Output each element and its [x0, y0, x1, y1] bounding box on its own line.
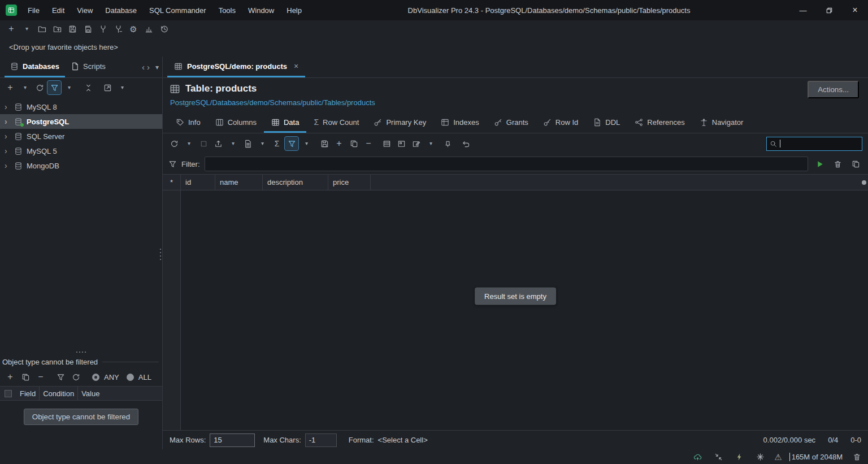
expand-chevron-icon[interactable]: › — [5, 103, 10, 111]
filter-header-checkbox[interactable] — [5, 390, 12, 397]
tab-indexes[interactable]: Indexes — [433, 113, 487, 133]
row-details-icon[interactable] — [380, 137, 393, 150]
column-header-price[interactable]: price — [328, 175, 371, 190]
export-dropdown[interactable]: ▾ — [226, 137, 240, 150]
add-folder-icon[interactable] — [50, 22, 64, 36]
disconnect-icon[interactable] — [111, 22, 125, 36]
monitor-chart-icon[interactable] — [142, 22, 155, 36]
reload-grid-icon[interactable] — [167, 137, 181, 150]
apply-filter-play-icon[interactable] — [813, 157, 826, 171]
new-object-dropdown[interactable]: ▾ — [20, 22, 33, 36]
tab-scroll-right-icon[interactable]: › — [147, 63, 150, 71]
tab-navigator[interactable]: Navigator — [692, 113, 751, 133]
tree-item-sqlserver[interactable]: › SQL Server — [0, 129, 162, 144]
any-radio[interactable] — [92, 374, 99, 381]
sidebar-splitter-handle[interactable] — [160, 249, 161, 260]
export-icon[interactable] — [211, 137, 225, 150]
filter-expression-input[interactable] — [205, 157, 809, 171]
grid-filter-icon[interactable] — [285, 137, 298, 150]
sidebar-filter-icon[interactable] — [47, 81, 61, 94]
filter-add-button[interactable]: + — [3, 370, 17, 384]
tab-references[interactable]: References — [627, 113, 692, 133]
tab-postgresql-demo-products[interactable]: PostgreSQL/demo: products × — [167, 57, 305, 77]
open-in-tab-dropdown[interactable]: ▾ — [115, 81, 129, 94]
minimize-button[interactable]: — — [790, 0, 816, 20]
tab-close-icon[interactable]: × — [294, 62, 298, 70]
filter-remove-button[interactable]: − — [34, 370, 47, 384]
settings-gear-icon[interactable]: ⚙ — [127, 22, 140, 36]
tab-primary-key[interactable]: Primary Key — [366, 113, 433, 133]
tree-item-mysql8[interactable]: › MySQL 8 — [0, 99, 162, 114]
table-search-input[interactable] — [766, 137, 862, 151]
menu-window[interactable]: Window — [242, 0, 280, 20]
tab-info[interactable]: Info — [168, 113, 208, 133]
save-edits-icon[interactable] — [318, 137, 331, 150]
tree-item-mongodb[interactable]: › MongoDB — [0, 158, 162, 173]
edit-mode-icon[interactable] — [409, 137, 423, 150]
undo-icon[interactable] — [459, 137, 472, 150]
column-header-id[interactable]: id — [181, 175, 215, 190]
close-button[interactable]: × — [842, 0, 868, 20]
qualify-names-icon[interactable] — [441, 137, 454, 150]
sidebar-add-dropdown[interactable]: ▾ — [18, 81, 32, 94]
tab-list-icon[interactable]: ▾ — [155, 64, 159, 71]
scrollbar-thumb[interactable] — [862, 180, 866, 185]
connect-icon[interactable] — [96, 22, 110, 36]
filter-funnel-icon[interactable] — [54, 370, 67, 384]
gc-burst-icon[interactable] — [753, 450, 767, 463]
tab-scroll-left-icon[interactable]: ‹ — [142, 63, 145, 71]
breadcrumb[interactable]: PostgreSQL/Databases/demo/Schemas/public… — [170, 98, 868, 107]
menu-help[interactable]: Help — [280, 0, 308, 20]
tree-item-mysql5[interactable]: › MySQL 5 — [0, 144, 162, 158]
tab-row-count[interactable]: Σ Row Count — [306, 113, 366, 133]
save-all-icon[interactable] — [81, 22, 94, 36]
free-memory-trash-icon[interactable] — [850, 450, 863, 463]
column-header-description[interactable]: description — [263, 175, 328, 190]
expand-chevron-icon[interactable]: › — [5, 118, 10, 125]
memory-indicator[interactable]: 165M of 2048M — [789, 453, 843, 461]
compact-memory-icon[interactable] — [711, 450, 725, 463]
menu-edit[interactable]: Edit — [46, 0, 71, 20]
sidebar-refresh-icon[interactable] — [33, 81, 46, 94]
aggregate-sigma-icon[interactable]: Σ — [270, 137, 284, 150]
delete-row-button[interactable]: − — [362, 137, 375, 150]
tab-data[interactable]: Data — [264, 113, 306, 133]
column-header-field[interactable]: Field — [16, 387, 40, 400]
menu-tools[interactable]: Tools — [212, 0, 242, 20]
filter-message-button[interactable]: Object type cannot be filtered — [24, 409, 138, 425]
table-format-dropdown[interactable]: ▾ — [255, 137, 269, 150]
max-chars-input[interactable] — [305, 433, 337, 447]
menu-sql-commander[interactable]: SQL Commander — [143, 0, 212, 20]
sidebar-filter-dropdown[interactable]: ▾ — [62, 81, 76, 94]
open-folder-icon[interactable] — [35, 22, 49, 36]
gutter-header[interactable]: * — [163, 175, 181, 190]
filter-refresh-icon[interactable] — [69, 370, 83, 384]
duplicate-row-icon[interactable] — [347, 137, 361, 150]
menu-database[interactable]: Database — [99, 0, 143, 20]
tree-item-postgresql[interactable]: › PostgreSQL — [0, 114, 162, 129]
menu-view[interactable]: View — [71, 0, 99, 20]
menu-file[interactable]: File — [21, 0, 46, 20]
driver-cloud-sync-icon[interactable] — [691, 450, 704, 463]
warning-icon[interactable]: ⚠ — [774, 453, 782, 461]
new-object-button[interactable]: + — [5, 22, 18, 36]
sidebar-add-button[interactable]: + — [3, 81, 17, 94]
filter-duplicate-icon[interactable] — [19, 370, 32, 384]
tab-scripts[interactable]: Scripts — [65, 57, 111, 77]
maximize-button[interactable] — [816, 0, 842, 20]
tab-ddl[interactable]: DDL — [585, 113, 627, 133]
performance-lightning-icon[interactable] — [732, 450, 746, 463]
save-icon[interactable] — [66, 22, 79, 36]
grid-filter-dropdown[interactable]: ▾ — [300, 137, 313, 150]
favorites-bar[interactable]: <Drop your favorite objects here> — [0, 37, 868, 57]
tab-columns[interactable]: Columns — [208, 113, 264, 133]
expand-chevron-icon[interactable]: › — [5, 147, 10, 155]
open-in-tab-icon[interactable] — [101, 81, 114, 94]
reload-dropdown[interactable]: ▾ — [182, 137, 196, 150]
history-icon[interactable] — [157, 22, 171, 36]
column-header-condition[interactable]: Condition — [40, 387, 78, 400]
expand-chevron-icon[interactable]: › — [5, 162, 10, 170]
cell-editor-icon[interactable] — [394, 137, 408, 150]
expand-chevron-icon[interactable]: › — [5, 132, 10, 140]
column-header-value[interactable]: Value — [78, 387, 103, 400]
